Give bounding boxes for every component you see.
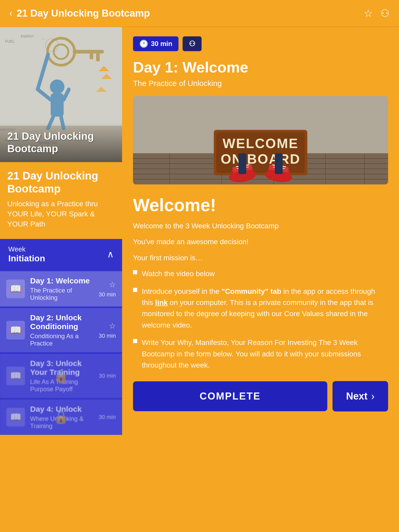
course-image: FUEL ENERGY ~~ FINANCE INDUSTRY MARKETIN…: [0, 27, 122, 162]
bookmark-icon[interactable]: ☆: [364, 7, 373, 19]
link-badge[interactable]: ⚇: [183, 36, 202, 51]
svg-text:FUEL: FUEL: [5, 39, 15, 43]
lock-icon-4: 🔒: [53, 410, 69, 424]
bullet-item-3: Write Your Why, Manifesto, Your Reason F…: [133, 337, 388, 371]
day-main-title: Day 1: Welcome: [133, 58, 388, 76]
complete-button[interactable]: COMPLETE: [133, 381, 327, 411]
welcome-text-2: Your first mission is…: [133, 252, 388, 263]
left-panel: FUEL ENERGY ~~ FINANCE INDUSTRY MARKETIN…: [0, 27, 122, 436]
next-chevron-icon: ›: [371, 390, 375, 402]
star-icon-1[interactable]: ☆: [109, 280, 116, 289]
lock-icon-3: 🔒: [53, 369, 69, 383]
day-2-subtitle: Conditioning As a Practice: [30, 332, 94, 347]
week-section: Week Initiation ∧ 📖 Day 1: Welcome The P…: [0, 239, 122, 435]
day-item-1[interactable]: 📖 Day 1: Welcome The Practice of Unlocki…: [0, 271, 122, 307]
day-meta-1: ☆ 30 min: [99, 280, 116, 298]
svg-text:WELCOME: WELCOME: [223, 136, 299, 151]
week-name: Initiation: [8, 253, 45, 263]
svg-rect-16: [90, 54, 93, 59]
svg-rect-15: [96, 54, 100, 61]
svg-text:~~: ~~: [42, 37, 45, 41]
link-icon: ⚇: [189, 39, 195, 48]
day-item-4: 📖 Day 4: Unlock Where Unlocking & Traini…: [0, 400, 122, 435]
welcome-image: WELCOME ON BOARD: [133, 96, 388, 184]
course-name: 21 Day Unlocking Bootcamp: [7, 169, 115, 196]
next-label: Next: [346, 391, 367, 402]
day-1-title: Day 1: Welcome: [30, 276, 94, 285]
week-info: Week Initiation: [8, 245, 45, 263]
day-item-2[interactable]: 📖 Day 2: Unlock Conditioning Conditionin…: [0, 308, 122, 352]
book-icon-1: 📖: [10, 283, 22, 294]
day-1-duration: 30 min: [99, 291, 116, 298]
community-link[interactable]: link: [155, 298, 168, 307]
star-icon-2[interactable]: ☆: [109, 321, 116, 330]
svg-rect-51: [275, 153, 283, 174]
duration-badge: 🕐 30 min: [133, 36, 178, 51]
svg-rect-18: [51, 93, 64, 117]
book-icon-2: 📖: [10, 325, 22, 336]
day-main-subtitle: The Practice of Unlocking: [133, 79, 388, 88]
bullet-item-1: Watch the video below: [133, 268, 388, 279]
day-icon-box-2: 📖: [6, 321, 25, 340]
header-left: ‹ 21 Day Unlocking Bootcamp: [9, 8, 150, 19]
bullet-list: Watch the video below Introduce yourself…: [133, 268, 388, 371]
back-button[interactable]: ‹: [9, 8, 12, 19]
course-info: 21 Day Unlocking Bootcamp Unlocking as a…: [0, 162, 122, 233]
bullet-item-2: Introduce yourself in the "Community" ta…: [133, 286, 388, 331]
right-panel: 🕐 30 min ⚇ Day 1: Welcome The Practice o…: [122, 27, 399, 436]
action-bar: COMPLETE Next ›: [133, 381, 388, 411]
bullet-text-3: Write Your Why, Manifesto, Your Reason F…: [142, 337, 388, 371]
duration-label: 30 min: [151, 40, 172, 48]
welcome-text-1: You've made an awesome decision!: [133, 236, 388, 247]
course-subtitle: Unlocking as a Practice thru YOUR Life, …: [7, 199, 115, 229]
day-info-1: Day 1: Welcome The Practice of Unlocking: [30, 276, 94, 301]
lock-overlay-3: 🔒: [0, 354, 122, 398]
header-right: ☆ ⚇: [364, 7, 390, 19]
svg-point-17: [50, 79, 64, 94]
course-image-overlay: 21 Day Unlocking Bootcamp: [0, 123, 122, 162]
day-meta-2: ☆ 30 min: [99, 321, 116, 339]
meta-badges: 🕐 30 min ⚇: [133, 36, 388, 51]
app-header: ‹ 21 Day Unlocking Bootcamp ☆ ⚇: [0, 0, 399, 27]
day-1-subtitle: The Practice of Unlocking: [30, 287, 94, 301]
svg-rect-50: [238, 153, 246, 174]
day-2-duration: 30 min: [99, 332, 116, 339]
bullet-square-1: [133, 270, 137, 274]
share-icon[interactable]: ⚇: [380, 7, 390, 19]
svg-text:ENERGY: ENERGY: [21, 35, 34, 38]
bullet-square-2: [133, 288, 137, 292]
bullet-text-2: Introduce yourself in the "Community" ta…: [142, 286, 388, 331]
week-chevron-icon: ∧: [107, 249, 114, 260]
clock-icon: 🕐: [139, 39, 148, 48]
bullet-text-1: Watch the video below: [142, 268, 215, 279]
day-item-3: 📖 Day 3: Unlock Your Training Life As A …: [0, 354, 122, 398]
bullet-square-3: [133, 339, 137, 343]
course-image-title: 21 Day Unlocking Bootcamp: [7, 130, 115, 155]
day-2-title: Day 2: Unlock Conditioning: [30, 313, 94, 331]
welcome-heading: Welcome!: [133, 195, 388, 215]
main-layout: FUEL ENERGY ~~ FINANCE INDUSTRY MARKETIN…: [0, 27, 399, 436]
day-icon-box-1: 📖: [6, 280, 25, 298]
week-label: Week: [8, 245, 45, 253]
svg-text:ON BOARD: ON BOARD: [221, 151, 300, 167]
next-button[interactable]: Next ›: [332, 381, 388, 411]
welcome-text-0: Welcome to the 3 Week Unlocking Bootcamp: [133, 220, 388, 231]
lock-overlay-4: 🔒: [0, 400, 122, 435]
day-info-2: Day 2: Unlock Conditioning Conditioning …: [30, 313, 94, 347]
week-header[interactable]: Week Initiation ∧: [0, 239, 122, 270]
community-tab-bold: "Community" tab: [222, 287, 281, 295]
header-title: 21 Day Unlocking Bootcamp: [17, 8, 150, 19]
svg-rect-14: [73, 50, 104, 54]
